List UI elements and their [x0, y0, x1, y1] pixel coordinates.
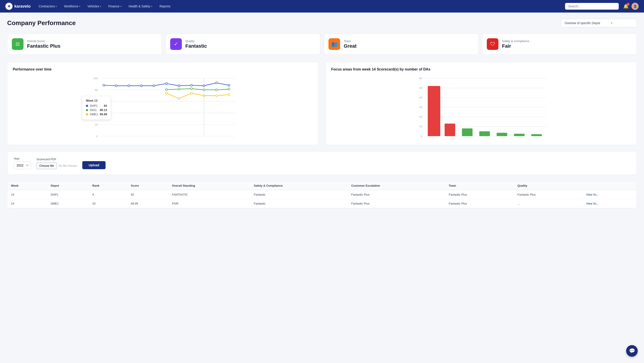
svg-text:20: 20: [95, 123, 98, 126]
col-week: Week: [8, 181, 47, 190]
svg-text:10: 10: [419, 125, 422, 128]
svg-rect-71: [514, 134, 524, 136]
cell-week: 14: [8, 199, 47, 208]
svg-point-45: [228, 94, 230, 96]
performance-chart-title: Performance over time: [13, 67, 313, 71]
upload-button[interactable]: Upload: [82, 161, 105, 169]
nav-workforce[interactable]: Workforce ▾: [61, 3, 83, 10]
cell-depot: DME1: [47, 199, 89, 208]
cell-team: Fantastic Plus: [445, 190, 514, 199]
navbar: ☀ karavelo Contractors ▾ Workforce ▾ Veh…: [0, 0, 644, 13]
search-input[interactable]: [565, 3, 619, 10]
cell-overall: FAIR: [168, 199, 250, 208]
col-customer: Customer Escalation: [348, 181, 445, 190]
svg-text:100: 100: [93, 77, 98, 80]
col-safety: Safety & Compliance: [250, 181, 348, 190]
svg-text:0: 0: [421, 135, 422, 138]
svg-point-33: [228, 84, 230, 86]
col-team: Team: [445, 181, 514, 190]
score-card-quality: ✓ Quality Fantastic: [166, 34, 320, 55]
svg-point-28: [166, 83, 168, 85]
chevron-down-icon: ▾: [120, 5, 122, 8]
cell-quality: Fantastic Plus: [514, 190, 582, 199]
year-select[interactable]: 2022 2021 2023 2020 2024: [14, 162, 31, 169]
svg-text:60: 60: [419, 77, 422, 80]
cell-safety: Fantastic: [250, 199, 348, 208]
file-input-wrapper: Scorecard PDF Choose file No file chosen: [36, 158, 77, 169]
cell-score: 92: [127, 190, 168, 199]
performance-chart: Performance over time 100 80 60 40 20: [7, 62, 318, 145]
tooltip-dme1-value: 69.99: [100, 113, 107, 116]
svg-rect-63: [444, 124, 455, 136]
nav-contractors[interactable]: Contractors ▾: [36, 3, 60, 10]
svg-point-30: [190, 84, 192, 86]
view-scorecard-link[interactable]: View Sc...: [586, 202, 599, 205]
cell-customer: Fantastic Plus: [348, 190, 445, 199]
safety-label: Safety & Compliance: [502, 39, 529, 43]
page-header: Company Performance Overiew of specific …: [7, 19, 637, 27]
score-card-team: 👥 Team Great: [324, 34, 478, 55]
svg-point-34: [166, 89, 168, 91]
overall-score-icon: ⚖: [12, 38, 24, 50]
cell-rank: 10: [89, 199, 127, 208]
svg-point-44: [216, 95, 218, 97]
svg-point-25: [128, 85, 130, 87]
line-chart-container: 100 80 60 40 20 0 Week 5 Week 6 Week 7 W…: [13, 76, 313, 139]
upload-section: Year 2022 2021 2023 2020 2024 Scorecard …: [7, 151, 637, 175]
score-card-safety: 🛡 Safety & Compliance Fair: [482, 34, 637, 55]
team-icon: 👥: [328, 38, 340, 50]
chevron-down-icon: ▾: [100, 5, 101, 8]
svg-text:50: 50: [419, 86, 422, 90]
svg-text:80: 80: [95, 88, 98, 92]
svg-rect-61: [428, 86, 440, 136]
notification-badge: 1: [626, 3, 630, 6]
overall-score-value: Fantastic Plus: [27, 43, 60, 49]
svg-point-40: [166, 92, 168, 94]
chevron-down-icon: ▾: [611, 21, 612, 25]
col-score: Score: [127, 181, 168, 190]
tooltip-dme1-label: DME1: [90, 113, 98, 116]
brand-logo[interactable]: ☀ karavelo: [5, 3, 31, 10]
notifications-bell[interactable]: 🔔 1: [623, 4, 629, 9]
focus-chart-title: Focus areas from week 14 Scorecard(s) by…: [331, 67, 631, 71]
user-avatar[interactable]: 👤: [632, 3, 639, 10]
svg-point-41: [178, 98, 180, 100]
cell-depot: DHP1: [47, 190, 89, 199]
tooltip-dhp1-value: 92: [104, 104, 107, 107]
year-label: Year: [14, 157, 31, 160]
page-title: Company Performance: [7, 20, 76, 27]
svg-point-42: [190, 92, 192, 94]
svg-point-36: [190, 88, 192, 90]
safety-icon: 🛡: [487, 38, 498, 50]
svg-rect-73: [531, 134, 542, 136]
svg-rect-65: [462, 128, 472, 136]
nav-vehicles[interactable]: Vehicles ▾: [85, 3, 104, 10]
depot-selector[interactable]: Overiew of specific Depot ▾: [561, 19, 637, 27]
choose-file-button[interactable]: Choose file: [36, 162, 57, 169]
depot-selector-label: Overiew of specific Depot: [564, 21, 600, 25]
tooltip-dig1-value: 80.13: [100, 108, 107, 112]
view-scorecard-link[interactable]: View Sc...: [586, 193, 599, 196]
score-cards: ⚖ Overall Score Fantastic Plus ✓ Quality…: [7, 34, 637, 55]
charts-row: Performance over time 100 80 60 40 20: [7, 62, 637, 145]
line-chart-svg: 100 80 60 40 20 0 Week 5 Week 6 Week 7 W…: [13, 76, 313, 139]
col-overall: Overall Standing: [168, 181, 250, 190]
svg-point-29: [178, 85, 180, 87]
chevron-down-icon: ▾: [151, 5, 152, 8]
table-row: 14 DHP1 4 92 FANTASTIC Fantastic Fantast…: [8, 190, 636, 199]
svg-text:20: 20: [419, 115, 422, 118]
col-rank: Rank: [89, 181, 127, 190]
team-label: Team: [344, 39, 356, 43]
chevron-down-icon: ▾: [79, 5, 80, 8]
svg-point-23: [103, 84, 105, 86]
nav-health-safety[interactable]: Health & Safety ▾: [126, 3, 155, 10]
nav-reports[interactable]: Reports: [157, 3, 173, 10]
chevron-down-icon: ▾: [56, 5, 57, 8]
nav-finance[interactable]: Finance ▾: [106, 3, 124, 10]
quality-icon: ✓: [170, 38, 182, 50]
cell-team: Fantastic Plus: [445, 199, 514, 208]
cell-score: 89.99: [127, 199, 168, 208]
cell-quality: ...: [514, 199, 582, 208]
year-field: Year 2022 2021 2023 2020 2024: [14, 157, 31, 169]
brand-name: karavelo: [14, 4, 31, 9]
